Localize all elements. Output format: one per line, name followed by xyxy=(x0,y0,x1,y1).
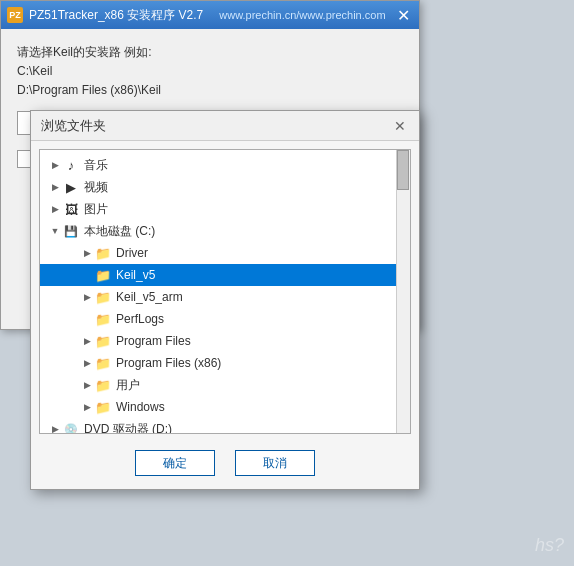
folder-pfx86-icon: 📁 xyxy=(94,355,112,371)
folder-pf-icon: 📁 xyxy=(94,333,112,349)
expand-driver xyxy=(80,246,94,260)
folder-perflogs-icon: 📁 xyxy=(94,311,112,327)
folder-driver-icon: 📁 xyxy=(94,245,112,261)
browser-buttons: 确定 取消 xyxy=(31,442,419,486)
tree-item-windows[interactable]: 📁 Windows xyxy=(40,396,396,418)
perflogs-label: PerfLogs xyxy=(116,312,164,326)
tree-item-music[interactable]: ♪ 音乐 xyxy=(40,154,396,176)
installer-url: www.prechin.cn/www.prechin.com xyxy=(219,9,385,21)
instruction-text: 请选择Keil的安装路 例如: C:\Keil D:\Program Files… xyxy=(17,43,403,101)
driver-label: Driver xyxy=(116,246,148,260)
windows-label: Windows xyxy=(116,400,165,414)
program-files-x86-label: Program Files (x86) xyxy=(116,356,221,370)
browser-dialog: 浏览文件夹 ✕ ♪ 音乐 ▶ 视频 🖼 图片 xyxy=(30,110,420,490)
folder-users-icon: 📁 xyxy=(94,377,112,393)
keil-v5-label: Keil_v5 xyxy=(116,268,155,282)
watermark: hs? xyxy=(535,535,564,556)
music-icon: ♪ xyxy=(62,157,80,173)
installer-close-button[interactable]: ✕ xyxy=(393,5,413,25)
tree-item-program-files[interactable]: 📁 Program Files xyxy=(40,330,396,352)
expand-music xyxy=(48,158,62,172)
picture-label: 图片 xyxy=(84,201,108,218)
browser-close-button[interactable]: ✕ xyxy=(391,117,409,135)
installer-title-bar: PZ PZ51Tracker_x86 安装程序 V2.7 www.prechin… xyxy=(1,1,419,29)
tree-item-keil-v5[interactable]: 📁 Keil_v5 xyxy=(40,264,396,286)
expand-pfx86 xyxy=(80,356,94,370)
tree-item-video[interactable]: ▶ 视频 xyxy=(40,176,396,198)
folder-keil-arm-icon: 📁 xyxy=(94,289,112,305)
scrollbar-track[interactable] xyxy=(396,150,410,433)
local-c-label: 本地磁盘 (C:) xyxy=(84,223,155,240)
app-icon: PZ xyxy=(7,7,23,23)
tree-item-driver[interactable]: 📁 Driver xyxy=(40,242,396,264)
browser-title-text: 浏览文件夹 xyxy=(41,117,106,135)
browser-title-bar: 浏览文件夹 ✕ xyxy=(31,111,419,141)
music-label: 音乐 xyxy=(84,157,108,174)
cancel-button[interactable]: 取消 xyxy=(235,450,315,476)
expand-dvd-d xyxy=(48,422,62,434)
browser-tree-area: ♪ 音乐 ▶ 视频 🖼 图片 💾 本地磁盘 (C:) xyxy=(39,149,411,434)
title-bar-left: PZ PZ51Tracker_x86 安装程序 V2.7 www.prechin… xyxy=(7,7,386,24)
tree-item-picture[interactable]: 🖼 图片 xyxy=(40,198,396,220)
expand-picture xyxy=(48,202,62,216)
installer-title-text: PZ51Tracker_x86 安装程序 V2.7 xyxy=(29,7,203,24)
tree-list: ♪ 音乐 ▶ 视频 🖼 图片 💾 本地磁盘 (C:) xyxy=(40,150,396,434)
tree-item-dvd-d[interactable]: 💿 DVD 驱动器 (D:) xyxy=(40,418,396,434)
expand-video xyxy=(48,180,62,194)
dvd-d-label: DVD 驱动器 (D:) xyxy=(84,421,172,435)
expand-program-files xyxy=(80,334,94,348)
scrollbar-thumb[interactable] xyxy=(397,150,409,190)
folder-windows-icon: 📁 xyxy=(94,399,112,415)
tree-item-program-files-x86[interactable]: 📁 Program Files (x86) xyxy=(40,352,396,374)
video-icon: ▶ xyxy=(62,179,80,195)
users-label: 用户 xyxy=(116,377,140,394)
picture-icon: 🖼 xyxy=(62,201,80,217)
keil-v5-arm-label: Keil_v5_arm xyxy=(116,290,183,304)
folder-keil-v5-icon: 📁 xyxy=(94,267,112,283)
ok-button[interactable]: 确定 xyxy=(135,450,215,476)
video-label: 视频 xyxy=(84,179,108,196)
tree-item-users[interactable]: 📁 用户 xyxy=(40,374,396,396)
tree-item-perflogs[interactable]: 📁 PerfLogs xyxy=(40,308,396,330)
program-files-label: Program Files xyxy=(116,334,191,348)
expand-users xyxy=(80,378,94,392)
expand-local-c xyxy=(48,224,62,238)
drive-d-icon: 💿 xyxy=(62,421,80,434)
tree-item-keil-v5-arm[interactable]: 📁 Keil_v5_arm xyxy=(40,286,396,308)
expand-keil-v5-arm xyxy=(80,290,94,304)
expand-windows xyxy=(80,400,94,414)
tree-item-local-c[interactable]: 💾 本地磁盘 (C:) xyxy=(40,220,396,242)
drive-c-icon: 💾 xyxy=(62,223,80,239)
